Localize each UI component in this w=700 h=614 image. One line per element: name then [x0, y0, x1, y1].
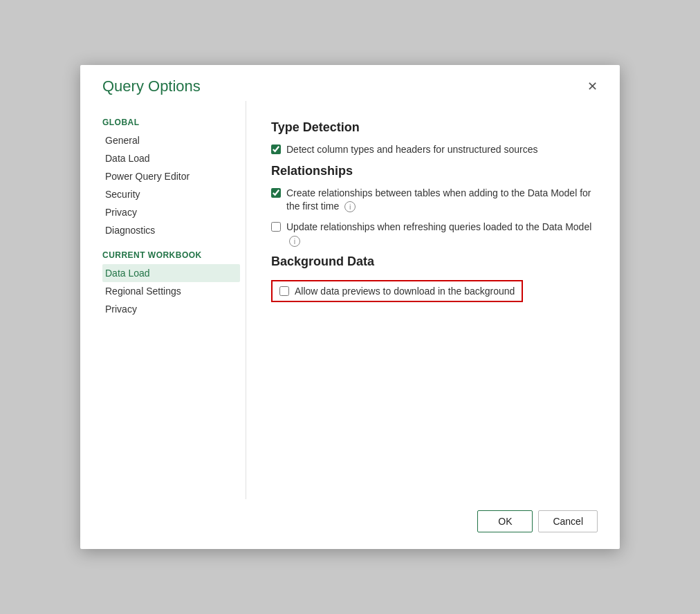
main-content: Type Detection Detect column types and h…	[246, 101, 620, 499]
sidebar: GLOBAL General Data Load Power Query Edi…	[80, 101, 246, 499]
background-data-checkbox[interactable]	[279, 286, 289, 296]
relationships-info-icon2: i	[289, 236, 300, 247]
relationships-checkbox1[interactable]	[271, 188, 281, 198]
type-detection-label: Detect column types and headers for unst…	[286, 143, 537, 157]
type-detection-heading: Type Detection	[271, 120, 595, 135]
dialog-footer: OK Cancel	[80, 499, 620, 549]
sidebar-global-label: GLOBAL	[102, 118, 246, 127]
sidebar-item-diagnostics[interactable]: Diagnostics	[102, 221, 240, 239]
cancel-button[interactable]: Cancel	[538, 510, 598, 532]
relationships-heading: Relationships	[271, 164, 595, 178]
ok-button[interactable]: OK	[477, 510, 533, 532]
relationships-info-icon1: i	[344, 201, 356, 212]
relationships-label2: Update relationships when refreshing que…	[286, 221, 595, 248]
sidebar-item-data-load-current[interactable]: Data Load	[102, 264, 240, 282]
dialog-body: GLOBAL General Data Load Power Query Edi…	[80, 101, 620, 499]
close-button[interactable]: ✕	[582, 77, 603, 95]
sidebar-item-privacy-current[interactable]: Privacy	[102, 300, 240, 318]
relationships-checkbox2-row: Update relationships when refreshing que…	[271, 221, 595, 248]
sidebar-item-privacy-global[interactable]: Privacy	[102, 203, 240, 221]
query-options-dialog: Query Options ✕ GLOBAL General Data Load…	[80, 65, 620, 549]
relationships-checkbox2[interactable]	[271, 222, 281, 232]
relationships-checkbox1-row: Create relationships between tables when…	[271, 187, 595, 214]
sidebar-item-data-load-global[interactable]: Data Load	[102, 149, 240, 167]
type-detection-checkbox-row: Detect column types and headers for unst…	[271, 143, 595, 157]
background-data-section: Background Data Allow data previews to d…	[271, 254, 595, 302]
sidebar-current-label: CURRENT WORKBOOK	[102, 250, 246, 260]
type-detection-checkbox[interactable]	[271, 145, 281, 154]
background-data-highlighted-row: Allow data previews to download in the b…	[271, 280, 523, 302]
sidebar-item-regional-settings[interactable]: Regional Settings	[102, 282, 240, 300]
background-data-heading: Background Data	[271, 254, 595, 269]
relationships-section: Relationships Create relationships betwe…	[271, 164, 595, 248]
sidebar-item-security[interactable]: Security	[102, 185, 240, 203]
sidebar-item-general[interactable]: General	[102, 131, 240, 149]
background-data-label: Allow data previews to download in the b…	[295, 286, 515, 297]
relationships-label1: Create relationships between tables when…	[286, 187, 595, 214]
sidebar-item-power-query-editor[interactable]: Power Query Editor	[102, 167, 240, 185]
type-detection-section: Type Detection Detect column types and h…	[271, 120, 595, 157]
dialog-title: Query Options	[102, 77, 201, 95]
dialog-header: Query Options ✕	[80, 65, 620, 101]
